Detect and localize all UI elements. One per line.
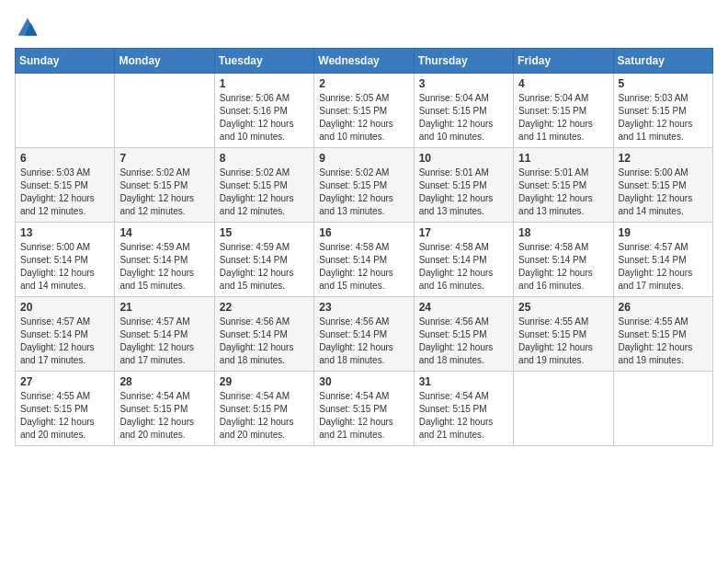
day-info: Sunrise: 4:56 AM Sunset: 5:14 PM Dayligh… [319,316,408,367]
day-info: Sunrise: 4:54 AM Sunset: 5:15 PM Dayligh… [119,390,209,442]
day-number: 18 [518,226,608,239]
calendar-day-cell: 29Sunrise: 4:54 AM Sunset: 5:15 PM Dayli… [214,372,313,446]
day-info: Sunrise: 4:54 AM Sunset: 5:15 PM Dayligh… [419,390,508,442]
day-info: Sunrise: 5:04 AM Sunset: 5:15 PM Dayligh… [518,92,608,144]
calendar-day-header: Sunday [16,49,115,74]
day-number: 8 [220,152,309,165]
calendar-day-cell: 26Sunrise: 4:55 AM Sunset: 5:15 PM Dayli… [613,297,712,372]
calendar-day-cell: 23Sunrise: 4:56 AM Sunset: 5:14 PM Dayli… [314,297,414,372]
day-info: Sunrise: 4:57 AM Sunset: 5:14 PM Dayligh… [20,316,109,367]
calendar-day-cell: 15Sunrise: 4:59 AM Sunset: 5:14 PM Dayli… [214,223,313,297]
calendar-day-cell: 31Sunrise: 4:54 AM Sunset: 5:15 PM Dayli… [414,372,513,446]
calendar-day-cell: 17Sunrise: 4:58 AM Sunset: 5:14 PM Dayli… [414,223,513,297]
day-info: Sunrise: 5:02 AM Sunset: 5:15 PM Dayligh… [220,167,309,218]
calendar-day-cell: 22Sunrise: 4:56 AM Sunset: 5:14 PM Dayli… [214,297,313,372]
calendar-week-row: 13Sunrise: 5:00 AM Sunset: 5:14 PM Dayli… [16,223,713,297]
day-number: 5 [619,77,708,90]
day-number: 3 [419,77,508,90]
day-info: Sunrise: 5:03 AM Sunset: 5:15 PM Dayligh… [619,92,708,144]
calendar-day-header: Wednesday [314,49,414,74]
day-info: Sunrise: 4:57 AM Sunset: 5:14 PM Dayligh… [619,241,708,293]
day-info: Sunrise: 4:59 AM Sunset: 5:14 PM Dayligh… [119,241,209,293]
calendar-day-cell: 21Sunrise: 4:57 AM Sunset: 5:14 PM Dayli… [115,297,214,372]
day-info: Sunrise: 4:59 AM Sunset: 5:14 PM Dayligh… [220,241,309,293]
calendar-day-cell: 24Sunrise: 4:56 AM Sunset: 5:15 PM Dayli… [414,297,513,372]
day-info: Sunrise: 4:56 AM Sunset: 5:15 PM Dayligh… [419,316,508,367]
calendar-day-cell: 5Sunrise: 5:03 AM Sunset: 5:15 PM Daylig… [613,74,712,148]
calendar-day-cell: 28Sunrise: 4:54 AM Sunset: 5:15 PM Dayli… [115,372,214,446]
calendar-day-cell: 3Sunrise: 5:04 AM Sunset: 5:15 PM Daylig… [414,74,513,148]
day-number: 2 [319,77,408,90]
day-number: 28 [119,375,209,388]
calendar-header-row: SundayMondayTuesdayWednesdayThursdayFrid… [16,49,713,74]
calendar-day-cell [613,372,712,446]
day-number: 6 [20,152,109,165]
calendar-day-header: Saturday [613,49,712,74]
day-number: 22 [220,301,309,314]
calendar-day-cell: 13Sunrise: 5:00 AM Sunset: 5:14 PM Dayli… [16,223,115,297]
calendar-day-cell: 11Sunrise: 5:01 AM Sunset: 5:15 PM Dayli… [514,148,613,223]
calendar-week-row: 6Sunrise: 5:03 AM Sunset: 5:15 PM Daylig… [16,148,713,223]
day-number: 26 [619,301,708,314]
day-info: Sunrise: 5:04 AM Sunset: 5:15 PM Dayligh… [419,92,508,144]
day-number: 14 [119,226,209,239]
calendar-day-cell: 4Sunrise: 5:04 AM Sunset: 5:15 PM Daylig… [514,74,613,148]
day-info: Sunrise: 4:57 AM Sunset: 5:14 PM Dayligh… [119,316,209,367]
calendar-day-header: Friday [514,49,613,74]
calendar-day-cell: 14Sunrise: 4:59 AM Sunset: 5:14 PM Dayli… [115,223,214,297]
calendar-day-header: Tuesday [214,49,313,74]
day-info: Sunrise: 5:00 AM Sunset: 5:14 PM Dayligh… [20,241,109,293]
day-number: 11 [518,152,608,165]
calendar-day-cell: 1Sunrise: 5:06 AM Sunset: 5:16 PM Daylig… [214,74,313,148]
calendar-week-row: 20Sunrise: 4:57 AM Sunset: 5:14 PM Dayli… [16,297,713,372]
calendar-day-cell: 10Sunrise: 5:01 AM Sunset: 5:15 PM Dayli… [414,148,513,223]
day-number: 9 [319,152,408,165]
calendar-day-cell: 6Sunrise: 5:03 AM Sunset: 5:15 PM Daylig… [16,148,115,223]
day-number: 15 [220,226,309,239]
calendar-day-cell: 12Sunrise: 5:00 AM Sunset: 5:15 PM Dayli… [613,148,712,223]
calendar-day-cell [514,372,613,446]
day-info: Sunrise: 5:01 AM Sunset: 5:15 PM Dayligh… [419,167,508,218]
day-info: Sunrise: 4:55 AM Sunset: 5:15 PM Dayligh… [20,390,109,442]
day-number: 30 [319,375,408,388]
calendar-day-cell [16,74,115,148]
calendar-day-cell: 7Sunrise: 5:02 AM Sunset: 5:15 PM Daylig… [115,148,214,223]
calendar-day-cell: 27Sunrise: 4:55 AM Sunset: 5:15 PM Dayli… [16,372,115,446]
day-info: Sunrise: 5:02 AM Sunset: 5:15 PM Dayligh… [319,167,408,218]
day-info: Sunrise: 5:02 AM Sunset: 5:15 PM Dayligh… [119,167,209,218]
day-info: Sunrise: 4:56 AM Sunset: 5:14 PM Dayligh… [220,316,309,367]
day-info: Sunrise: 4:55 AM Sunset: 5:15 PM Dayligh… [619,316,708,367]
day-number: 27 [20,375,109,388]
calendar-week-row: 1Sunrise: 5:06 AM Sunset: 5:16 PM Daylig… [16,74,713,148]
day-info: Sunrise: 4:55 AM Sunset: 5:15 PM Dayligh… [518,316,608,367]
calendar-table: SundayMondayTuesdayWednesdayThursdayFrid… [15,48,713,446]
day-number: 10 [419,152,508,165]
calendar-day-cell [115,74,214,148]
calendar-day-cell: 9Sunrise: 5:02 AM Sunset: 5:15 PM Daylig… [314,148,414,223]
calendar-day-cell: 18Sunrise: 4:58 AM Sunset: 5:14 PM Dayli… [514,223,613,297]
day-info: Sunrise: 5:01 AM Sunset: 5:15 PM Dayligh… [518,167,608,218]
day-number: 29 [220,375,309,388]
day-number: 31 [419,375,508,388]
day-number: 21 [119,301,209,314]
day-info: Sunrise: 4:54 AM Sunset: 5:15 PM Dayligh… [319,390,408,442]
day-number: 7 [119,152,209,165]
day-info: Sunrise: 5:03 AM Sunset: 5:15 PM Dayligh… [20,167,109,218]
calendar-day-cell: 2Sunrise: 5:05 AM Sunset: 5:15 PM Daylig… [314,74,414,148]
day-number: 13 [20,226,109,239]
day-number: 20 [20,301,109,314]
day-info: Sunrise: 4:58 AM Sunset: 5:14 PM Dayligh… [518,241,608,293]
day-info: Sunrise: 5:00 AM Sunset: 5:15 PM Dayligh… [619,167,708,218]
day-info: Sunrise: 4:58 AM Sunset: 5:14 PM Dayligh… [319,241,408,293]
calendar-day-cell: 20Sunrise: 4:57 AM Sunset: 5:14 PM Dayli… [16,297,115,372]
day-number: 12 [619,152,708,165]
calendar-day-cell: 8Sunrise: 5:02 AM Sunset: 5:15 PM Daylig… [214,148,313,223]
day-info: Sunrise: 4:58 AM Sunset: 5:14 PM Dayligh… [419,241,508,293]
logo [15,15,44,40]
day-number: 1 [220,77,309,90]
calendar-day-cell: 30Sunrise: 4:54 AM Sunset: 5:15 PM Dayli… [314,372,414,446]
day-number: 24 [419,301,508,314]
day-info: Sunrise: 4:54 AM Sunset: 5:15 PM Dayligh… [220,390,309,442]
calendar-day-header: Thursday [414,49,513,74]
day-number: 4 [518,77,608,90]
